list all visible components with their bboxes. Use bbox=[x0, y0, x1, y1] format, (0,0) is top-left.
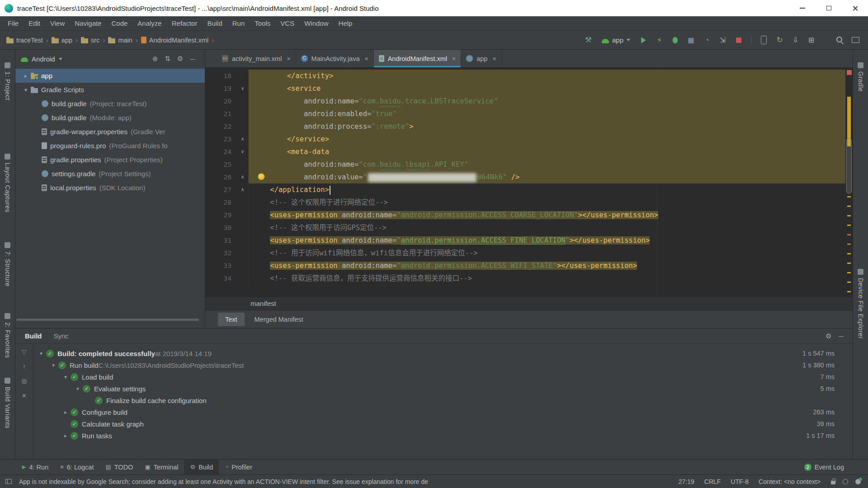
close-button[interactable] bbox=[842, 0, 868, 16]
tree-arrow-icon[interactable]: ▾ bbox=[73, 386, 83, 392]
fold-marker[interactable]: ∧ bbox=[237, 171, 249, 183]
breadcrumb-item-src[interactable]: src bbox=[81, 37, 99, 44]
menu-code[interactable]: Code bbox=[106, 16, 132, 30]
build-tree-row[interactable]: ▸✓Run tasks1 s 17 ms bbox=[33, 430, 835, 441]
menu-tools[interactable]: Tools bbox=[250, 16, 275, 30]
code-line[interactable]: 30 <!-- 这个权限用于访问GPS定位--> bbox=[205, 221, 853, 234]
search-everywhere-icon[interactable] bbox=[834, 34, 846, 46]
code-line[interactable]: 26∧ android:value="064Nk6" /> bbox=[205, 171, 853, 183]
tool-button-event-log[interactable]: 2Event Log bbox=[798, 460, 850, 474]
hide-icon[interactable] bbox=[839, 332, 844, 340]
status-widget-context-no-context[interactable]: Context: <no context> bbox=[754, 478, 826, 485]
tree-item-gradle-wrapper-properties[interactable]: gradle-wrapper.properties(Gradle Ver bbox=[15, 125, 205, 139]
toolwindow-button-1-project[interactable]: 1: Project bbox=[4, 62, 11, 100]
breadcrumb-item-tracetest[interactable]: traceTest bbox=[6, 37, 43, 44]
code-line[interactable]: 34 <!-- 获取运营商信息，用于支持提供运营商信息相关的接口--> bbox=[205, 272, 853, 285]
code-line[interactable]: 27∧ </application> bbox=[205, 183, 853, 196]
code-line[interactable]: 32 <!-- 用于访问wifi网络信息，wifi信息会用于进行网络定位--> bbox=[205, 247, 853, 259]
status-widget-utf-8[interactable]: UTF-8 bbox=[726, 478, 754, 485]
avd-manager-icon[interactable] bbox=[758, 34, 770, 46]
menu-navigate[interactable]: Navigate bbox=[70, 16, 106, 30]
build-tab-sync[interactable]: Sync bbox=[48, 328, 75, 343]
tree-arrow-icon[interactable]: ▾ bbox=[36, 351, 46, 357]
tree-item-gradle-properties[interactable]: gradle.properties(Project Properties) bbox=[15, 153, 205, 167]
code-editor[interactable]: 18 </activity>19∨ <service20 android:nam… bbox=[205, 68, 853, 296]
code-line[interactable]: 22 android:process=":remote"> bbox=[205, 120, 853, 133]
fold-marker[interactable]: ∧ bbox=[237, 183, 249, 196]
sync-project-icon[interactable] bbox=[774, 34, 786, 46]
tree-arrow-icon[interactable]: ▸ bbox=[21, 73, 31, 79]
status-widget-crlf[interactable]: CRLF bbox=[699, 478, 726, 485]
close-icon[interactable] bbox=[22, 392, 26, 400]
build-tab-build[interactable]: Build bbox=[19, 328, 48, 343]
view-tab-merged-manifest[interactable]: Merged Manifest bbox=[247, 313, 311, 326]
minimize-button[interactable] bbox=[789, 0, 816, 16]
editor-tab-androidmanifest-xml[interactable]: AndroidManifest.xml× bbox=[374, 50, 462, 67]
tree-arrow-icon[interactable]: ▾ bbox=[61, 374, 71, 380]
build-tree-row[interactable]: ▾✓Build: completed successfully at 2019/… bbox=[33, 347, 835, 359]
tab-close-icon[interactable]: × bbox=[287, 55, 290, 62]
code-line[interactable]: 23∧ </service> bbox=[205, 133, 853, 145]
menu-file[interactable]: File bbox=[3, 16, 24, 30]
locate-icon[interactable] bbox=[152, 55, 158, 63]
fold-marker[interactable]: ∧ bbox=[237, 133, 249, 145]
tab-close-icon[interactable]: × bbox=[492, 55, 496, 62]
sdk-manager-icon[interactable] bbox=[789, 34, 802, 46]
status-widget-27-19[interactable]: 27:19 bbox=[674, 478, 699, 485]
tool-button-4-run[interactable]: 4: Run bbox=[16, 460, 54, 474]
code-line[interactable]: 21 android:enabled="true" bbox=[205, 108, 853, 120]
breadcrumb-item-androidmanifest-xml[interactable]: AndroidManifest.xml bbox=[141, 37, 208, 44]
settings-icon[interactable] bbox=[826, 332, 831, 340]
stop-icon[interactable] bbox=[732, 34, 745, 46]
maximize-button[interactable] bbox=[816, 0, 842, 16]
profile-icon[interactable] bbox=[701, 34, 713, 46]
tree-item-app[interactable]: ▸app bbox=[15, 69, 205, 83]
build-tree-row[interactable]: ▾✓Evaluate settings5 ms bbox=[33, 383, 835, 394]
fold-marker[interactable]: ∨ bbox=[237, 82, 249, 95]
tree-item-build-gradle[interactable]: build.gradle(Module: app) bbox=[15, 111, 205, 125]
build-tree-row[interactable]: ✓Calculate task graph39 ms bbox=[33, 418, 835, 430]
tab-close-icon[interactable]: × bbox=[364, 55, 368, 62]
editor-tab-activity-main-xml[interactable]: activity_main.xml× bbox=[217, 50, 296, 67]
settings-icon[interactable] bbox=[177, 55, 183, 63]
tree-item-settings-gradle[interactable]: settings.gradle(Project Settings) bbox=[15, 167, 205, 181]
run-icon[interactable] bbox=[637, 34, 650, 46]
menu-analyze[interactable]: Analyze bbox=[132, 16, 166, 30]
tool-button-todo[interactable]: TODO bbox=[99, 460, 139, 474]
breadcrumb-item-app[interactable]: app bbox=[52, 37, 72, 44]
menu-view[interactable]: View bbox=[45, 16, 70, 30]
toolwindow-button-layout-captures[interactable]: Layout Captures bbox=[4, 154, 11, 212]
run-configuration-selector[interactable]: app bbox=[597, 33, 635, 47]
tree-arrow-icon[interactable]: ▸ bbox=[61, 409, 71, 415]
menu-help[interactable]: Help bbox=[334, 16, 358, 30]
apply-changes-icon[interactable] bbox=[653, 34, 665, 46]
project-structure-icon[interactable] bbox=[805, 34, 817, 46]
build-hammer-icon[interactable] bbox=[582, 34, 594, 46]
build-tree-row[interactable]: ▾✓Run build C:\Users\10283\AndroidStudio… bbox=[33, 359, 835, 371]
build-tree-row[interactable]: ✓Finalize build cache configuration bbox=[33, 394, 835, 406]
filter-icon[interactable] bbox=[22, 348, 27, 356]
tool-button-profiler[interactable]: Profiler bbox=[219, 460, 258, 474]
menu-build[interactable]: Build bbox=[202, 16, 227, 30]
menu-window[interactable]: Window bbox=[299, 16, 333, 30]
pin-icon[interactable] bbox=[21, 377, 27, 385]
layout-inspector-icon[interactable] bbox=[849, 34, 862, 46]
menu-vcs[interactable]: VCS bbox=[275, 16, 299, 30]
tree-arrow-icon[interactable]: ▾ bbox=[21, 87, 31, 93]
scrollbar-thumb[interactable] bbox=[846, 138, 852, 193]
tool-button-terminal[interactable]: Terminal bbox=[139, 460, 184, 474]
code-line[interactable]: 28 <!-- 这个权限用于进行网络定位--> bbox=[205, 196, 853, 209]
code-line[interactable]: 31 <uses-permission android:name="androi… bbox=[205, 234, 853, 247]
editor-tab-app[interactable]: app× bbox=[461, 50, 501, 67]
export-icon[interactable] bbox=[23, 363, 26, 370]
code-line[interactable]: 19∨ <service bbox=[205, 82, 853, 95]
code-line[interactable]: 20 android:name="com.baidu.trace.LBSTrac… bbox=[205, 95, 853, 108]
toolwindow-button-7-structure[interactable]: 7: Structure bbox=[4, 242, 11, 286]
view-tab-text[interactable]: Text bbox=[218, 313, 245, 326]
project-view-selector[interactable]: Android bbox=[21, 55, 62, 63]
breadcrumb-item-main[interactable]: main bbox=[108, 37, 132, 44]
tree-item-gradle-scripts[interactable]: ▾Gradle Scripts bbox=[15, 83, 205, 97]
toolwindow-button-build-variants[interactable]: Build Variants bbox=[4, 378, 11, 428]
indicator-icon[interactable] bbox=[843, 479, 848, 484]
tree-item-local-properties[interactable]: local.properties(SDK Location) bbox=[15, 181, 205, 195]
